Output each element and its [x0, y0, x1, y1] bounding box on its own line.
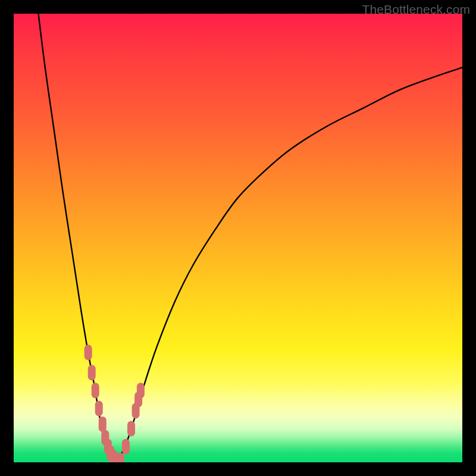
curve-right	[117, 67, 462, 462]
chart-svg	[14, 14, 462, 462]
marker-point	[95, 401, 103, 416]
marker-point	[92, 383, 99, 398]
attribution-watermark: TheBottleneck.com	[362, 2, 470, 17]
chart-frame: TheBottleneck.com	[0, 0, 476, 476]
marker-point	[84, 345, 92, 360]
marker-point	[127, 421, 135, 436]
marker-point	[88, 365, 96, 380]
plot-area	[14, 14, 462, 462]
marker-point	[122, 439, 130, 455]
highlight-markers	[84, 345, 145, 462]
curve-left	[38, 14, 117, 462]
marker-point	[117, 453, 124, 462]
marker-point	[99, 416, 107, 432]
marker-point	[137, 383, 145, 398]
